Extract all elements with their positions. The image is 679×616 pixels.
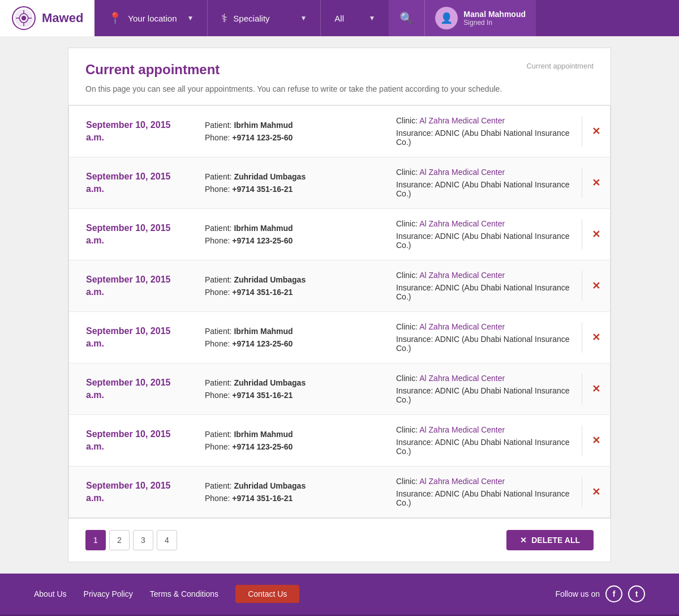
appointment-date: September 10, 2015 a.m. — [69, 325, 199, 350]
clinic-link[interactable]: Al Zahra Medical Center — [419, 168, 505, 177]
user-section[interactable]: 👤 Manal Mahmoud Signed In — [425, 0, 536, 36]
table-row: September 10, 2015 a.m. Patient: Ibrhim … — [69, 415, 610, 467]
appointment-clinic: Clinic: Al Zahra Medical Center Insuranc… — [390, 168, 582, 198]
footer-top: About UsPrivacy PolicyTerms & Conditions… — [0, 574, 679, 614]
location-dropdown[interactable]: 📍 Your location ▼ — [94, 0, 208, 36]
appointment-clinic: Clinic: Al Zahra Medical Center Insuranc… — [390, 477, 582, 507]
page-header: Current appointment On this page you can… — [68, 48, 611, 105]
all-chevron-icon: ▼ — [368, 14, 375, 22]
appointment-date: September 10, 2015 a.m. — [69, 222, 199, 247]
clinic-link[interactable]: Al Zahra Medical Center — [419, 116, 505, 125]
main-wrapper: Current appointment On this page you can… — [0, 36, 679, 574]
speciality-icon: ⚕ — [221, 11, 227, 25]
delete-appointment-button[interactable]: ✕ — [582, 116, 610, 147]
facebook-icon[interactable]: f — [605, 585, 622, 602]
delete-appointment-button[interactable]: ✕ — [582, 219, 610, 250]
table-row: September 10, 2015 a.m. Patient: Ibrhim … — [69, 209, 610, 260]
bottom-bar: 1234 ✕ DELETE ALL — [68, 518, 611, 562]
twitter-icon[interactable]: t — [628, 585, 645, 602]
table-row: September 10, 2015 a.m. Patient: Zuhrida… — [69, 363, 610, 415]
footer-links: About UsPrivacy PolicyTerms & Conditions… — [34, 585, 299, 603]
speciality-label: Speciality — [233, 14, 294, 23]
avatar-icon: 👤 — [440, 12, 453, 24]
delete-appointment-button[interactable]: ✕ — [582, 477, 610, 507]
delete-appointment-button[interactable]: ✕ — [582, 322, 610, 353]
table-row: September 10, 2015 a.m. Patient: Zuhrida… — [69, 260, 610, 312]
table-row: September 10, 2015 a.m. Patient: Ibrhim … — [69, 312, 610, 363]
appointments-list: September 10, 2015 a.m. Patient: Ibrhim … — [68, 105, 611, 518]
delete-all-label: DELETE ALL — [531, 536, 580, 545]
page-button[interactable]: 3 — [133, 530, 153, 550]
page-title: Current appointment — [85, 62, 502, 78]
header-nav: 📍 Your location ▼ ⚕ Speciality ▼ All ▼ 🔍… — [94, 0, 679, 36]
delete-appointment-button[interactable]: ✕ — [582, 425, 610, 456]
user-info: Manal Mahmoud Signed In — [463, 10, 526, 27]
footer-social: Follow us on f t — [555, 585, 645, 602]
appointment-date: September 10, 2015 a.m. — [69, 273, 199, 299]
site-header: Mawed 📍 Your location ▼ ⚕ Speciality ▼ A… — [0, 0, 679, 36]
clinic-link[interactable]: Al Zahra Medical Center — [419, 322, 505, 331]
appointment-date: September 10, 2015 a.m. — [69, 480, 199, 505]
table-row: September 10, 2015 a.m. Patient: Zuhrida… — [69, 157, 610, 209]
appointment-date: September 10, 2015 a.m. — [69, 170, 199, 196]
delete-all-icon: ✕ — [520, 536, 527, 545]
appointment-patient: Patient: Zuhridad Umbagas Phone: +9714 3… — [199, 378, 390, 400]
page-description: On this page you can see all your appoin… — [85, 84, 502, 93]
page-button[interactable]: 1 — [85, 530, 106, 550]
page-button[interactable]: 2 — [109, 530, 130, 550]
all-label: All — [334, 14, 363, 23]
table-row: September 10, 2015 a.m. Patient: Zuhrida… — [69, 467, 610, 517]
content-card: Current appointment On this page you can… — [68, 48, 611, 562]
appointment-patient: Patient: Ibrhim Mahmud Phone: +9714 123-… — [199, 327, 390, 348]
page-header-left: Current appointment On this page you can… — [85, 62, 502, 93]
clinic-link[interactable]: Al Zahra Medical Center — [419, 271, 505, 280]
location-icon: 📍 — [108, 11, 122, 25]
delete-all-button[interactable]: ✕ DELETE ALL — [506, 530, 594, 550]
site-footer: About UsPrivacy PolicyTerms & Conditions… — [0, 574, 679, 616]
appointment-patient: Patient: Ibrhim Mahmud Phone: +9714 123-… — [199, 224, 390, 245]
location-label: Your location — [128, 14, 181, 23]
logo-text: Mawed — [42, 11, 83, 25]
appointment-clinic: Clinic: Al Zahra Medical Center Insuranc… — [390, 425, 582, 456]
location-chevron-icon: ▼ — [187, 14, 194, 22]
speciality-chevron-icon: ▼ — [300, 14, 307, 22]
svg-point-2 — [22, 16, 26, 20]
appointment-clinic: Clinic: Al Zahra Medical Center Insuranc… — [390, 374, 582, 404]
avatar: 👤 — [435, 7, 458, 29]
page-button[interactable]: 4 — [157, 530, 177, 550]
footer-link[interactable]: About Us — [34, 589, 67, 598]
speciality-dropdown[interactable]: ⚕ Speciality ▼ — [208, 0, 321, 36]
user-name: Manal Mahmoud — [463, 10, 526, 19]
follow-label: Follow us on — [555, 589, 600, 598]
appointment-clinic: Clinic: Al Zahra Medical Center Insuranc… — [390, 271, 582, 301]
appointment-patient: Patient: Zuhridad Umbagas Phone: +9714 3… — [199, 275, 390, 297]
user-status: Signed In — [463, 19, 526, 27]
appointment-date: September 10, 2015 a.m. — [69, 428, 199, 454]
logo-icon — [11, 6, 36, 31]
appointment-clinic: Clinic: Al Zahra Medical Center Insuranc… — [390, 116, 582, 147]
contact-us-button[interactable]: Contact Us — [235, 585, 299, 603]
table-row: September 10, 2015 a.m. Patient: Ibrhim … — [69, 106, 610, 157]
all-dropdown[interactable]: All ▼ — [321, 0, 389, 36]
clinic-link[interactable]: Al Zahra Medical Center — [419, 374, 505, 383]
logo-area[interactable]: Mawed — [0, 0, 94, 36]
footer-link[interactable]: Privacy Policy — [84, 589, 133, 598]
clinic-link[interactable]: Al Zahra Medical Center — [419, 219, 505, 228]
appointment-patient: Patient: Zuhridad Umbagas Phone: +9714 3… — [199, 481, 390, 503]
footer-link[interactable]: Terms & Conditions — [150, 589, 218, 598]
delete-appointment-button[interactable]: ✕ — [582, 374, 610, 404]
clinic-link[interactable]: Al Zahra Medical Center — [419, 425, 505, 434]
appointment-clinic: Clinic: Al Zahra Medical Center Insuranc… — [390, 322, 582, 353]
appointment-date: September 10, 2015 a.m. — [69, 377, 199, 402]
appointment-date: September 10, 2015 a.m. — [69, 119, 199, 144]
clinic-link[interactable]: Al Zahra Medical Center — [419, 477, 505, 486]
delete-appointment-button[interactable]: ✕ — [582, 168, 610, 198]
breadcrumb: Current appointment — [526, 62, 594, 70]
appointment-clinic: Clinic: Al Zahra Medical Center Insuranc… — [390, 219, 582, 250]
appointment-patient: Patient: Zuhridad Umbagas Phone: +9714 3… — [199, 172, 390, 194]
search-button[interactable]: 🔍 — [389, 0, 425, 36]
delete-appointment-button[interactable]: ✕ — [582, 271, 610, 301]
appointment-patient: Patient: Ibrhim Mahmud Phone: +9714 123-… — [199, 121, 390, 142]
pagination: 1234 — [85, 530, 177, 550]
search-icon: 🔍 — [399, 11, 414, 25]
